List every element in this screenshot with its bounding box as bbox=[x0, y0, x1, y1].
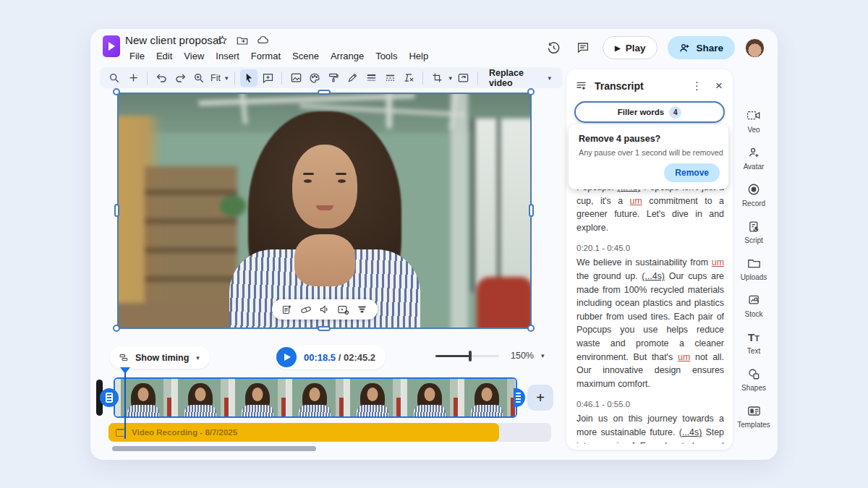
zoom-icon[interactable] bbox=[190, 69, 208, 87]
fit-caret-icon[interactable]: ▾ bbox=[224, 74, 230, 82]
resize-handle-s[interactable] bbox=[318, 326, 331, 331]
paint-format-icon[interactable] bbox=[325, 69, 342, 87]
resize-handle-se[interactable] bbox=[527, 325, 535, 332]
show-timing-caret-icon: ▾ bbox=[195, 354, 201, 361]
filmstrip-frame bbox=[229, 379, 286, 416]
menu-edit[interactable]: Edit bbox=[150, 48, 178, 64]
video-canvas[interactable] bbox=[117, 93, 532, 329]
remove-pauses-popup: Remove 4 pauses? Any pause over 1 second… bbox=[569, 124, 728, 189]
select-tool-icon[interactable] bbox=[240, 69, 258, 87]
more-options-icon[interactable]: ⋮ bbox=[689, 80, 705, 93]
zoom-slider-handle[interactable] bbox=[469, 351, 472, 361]
resize-handle-n[interactable] bbox=[318, 90, 331, 95]
playhead-line bbox=[124, 373, 126, 439]
zoom-level-caret-icon[interactable]: ▾ bbox=[540, 352, 546, 359]
add-comment-icon[interactable] bbox=[259, 69, 276, 87]
video-settings-icon[interactable] bbox=[336, 301, 352, 317]
move-folder-icon[interactable] bbox=[237, 35, 248, 46]
pen-icon[interactable] bbox=[344, 69, 361, 87]
crop-caret-icon[interactable]: ▾ bbox=[447, 74, 454, 82]
adjust-filter-icon[interactable] bbox=[354, 301, 370, 317]
eraser-icon[interactable] bbox=[298, 301, 314, 317]
templates-icon bbox=[747, 403, 761, 418]
transcript-sections: Popcups. (...4s) Popcups isn't just a cu… bbox=[576, 181, 724, 444]
menu-file[interactable]: File bbox=[124, 48, 150, 64]
menu-format[interactable]: Format bbox=[245, 48, 286, 64]
pause-marker[interactable]: (...4s) bbox=[642, 271, 665, 281]
menu-help[interactable]: Help bbox=[403, 48, 434, 64]
tab-pauses[interactable]: Pauses 4 bbox=[574, 101, 725, 123]
border-weight-icon[interactable] bbox=[362, 69, 380, 87]
filmstrip-frame bbox=[401, 379, 459, 416]
close-panel-icon[interactable]: × bbox=[712, 79, 726, 93]
vids-logo-icon bbox=[103, 35, 120, 57]
video-filmstrip[interactable] bbox=[114, 377, 517, 418]
share-button[interactable]: Share bbox=[668, 36, 735, 59]
rail-item-uploads[interactable]: Uploads bbox=[731, 256, 776, 281]
popup-title: Remove 4 pauses? bbox=[579, 134, 718, 144]
search-tools-icon[interactable] bbox=[106, 69, 123, 87]
fit-zoom-select[interactable]: Fit bbox=[209, 73, 222, 83]
filmstrip-frame bbox=[286, 379, 344, 416]
show-timing-button[interactable]: Show timing ▾ bbox=[110, 346, 210, 369]
volume-icon[interactable] bbox=[317, 301, 333, 317]
time-display: 00:18.5 / 02:45.2 bbox=[304, 352, 375, 363]
redo-icon[interactable] bbox=[171, 69, 189, 87]
border-dash-icon[interactable] bbox=[381, 69, 399, 87]
zoom-slider[interactable] bbox=[435, 355, 499, 357]
trim-handle-left[interactable] bbox=[100, 388, 119, 407]
timeline-play-button[interactable] bbox=[276, 347, 297, 367]
video-context-toolbar bbox=[272, 299, 378, 320]
add-clip-button[interactable]: + bbox=[527, 385, 553, 411]
image-tool-icon[interactable] bbox=[287, 69, 305, 87]
resize-handle-sw[interactable] bbox=[113, 325, 120, 332]
document-title[interactable]: New client proposal bbox=[125, 34, 221, 46]
rail-item-veo[interactable]: Veo bbox=[731, 108, 776, 134]
color-palette-icon[interactable] bbox=[306, 69, 323, 87]
clear-formatting-icon[interactable] bbox=[400, 69, 417, 87]
resize-handle-nw[interactable] bbox=[113, 88, 120, 95]
comment-history-icon[interactable] bbox=[574, 38, 592, 57]
rail-item-script[interactable]: Script bbox=[731, 219, 776, 244]
people-icon bbox=[679, 43, 691, 53]
app-window: New client proposal File Edit View Inser… bbox=[90, 29, 778, 460]
resize-handle-ne[interactable] bbox=[527, 88, 535, 95]
resize-handle-w[interactable] bbox=[114, 204, 119, 217]
undo-icon[interactable] bbox=[153, 69, 170, 87]
replace-video-button[interactable]: Replace video ▾ bbox=[483, 68, 557, 88]
cloud-status-icon[interactable] bbox=[257, 35, 269, 45]
rail-item-templates[interactable]: Templates bbox=[731, 403, 776, 429]
menu-insert[interactable]: Insert bbox=[210, 48, 245, 64]
zoom-level-value[interactable]: 150% bbox=[511, 351, 534, 361]
filler-marker[interactable]: um bbox=[630, 196, 642, 206]
timeline-scrollbar[interactable] bbox=[112, 446, 316, 451]
crop-icon[interactable] bbox=[428, 69, 446, 87]
rail-item-stock[interactable]: Stock bbox=[731, 293, 776, 318]
menu-view[interactable]: View bbox=[178, 48, 210, 64]
play-button[interactable]: ▶Play bbox=[603, 36, 658, 59]
menu-scene[interactable]: Scene bbox=[286, 48, 325, 64]
audio-clip[interactable]: Video Recording - 8/7/2025 bbox=[109, 423, 499, 442]
audio-clip-label: Video Recording - 8/7/2025 bbox=[132, 428, 237, 437]
rail-item-record[interactable]: Record bbox=[731, 182, 776, 207]
filler-marker[interactable]: um bbox=[678, 352, 690, 362]
resize-handle-e[interactable] bbox=[529, 204, 534, 217]
rail-item-text[interactable]: TT Text bbox=[731, 330, 776, 355]
version-history-icon[interactable] bbox=[545, 38, 563, 57]
account-avatar[interactable] bbox=[745, 38, 765, 58]
add-to-script-icon[interactable] bbox=[279, 301, 295, 317]
menu-arrange[interactable]: Arrange bbox=[325, 48, 370, 64]
rail-item-avatar[interactable]: Avatar bbox=[731, 145, 776, 171]
replace-frame-icon[interactable] bbox=[455, 69, 472, 87]
add-scene-icon[interactable] bbox=[124, 69, 142, 87]
pause-marker[interactable]: (...4s) bbox=[679, 427, 702, 437]
trim-handle-right[interactable] bbox=[514, 388, 525, 407]
menu-tools[interactable]: Tools bbox=[370, 48, 403, 64]
filmstrip-glyph-icon bbox=[106, 393, 113, 403]
rail-item-shapes[interactable]: Shapes bbox=[731, 367, 776, 392]
timeline-zoom-control: 150% ▾ bbox=[435, 351, 546, 361]
filler-marker[interactable]: um bbox=[712, 257, 724, 267]
transcript-timestamp: 0:46.1 - 0:55.0 bbox=[576, 400, 724, 408]
star-icon[interactable] bbox=[217, 35, 228, 46]
remove-button[interactable]: Remove bbox=[664, 163, 720, 182]
